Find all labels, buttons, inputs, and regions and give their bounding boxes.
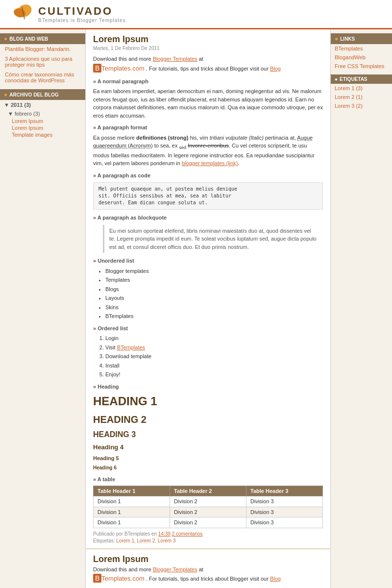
heading-5: Heading 5	[93, 454, 323, 463]
heading-4: Heading 4	[93, 442, 323, 452]
blog-section-header: ● BLOG AND WEB	[0, 33, 85, 44]
page-header: CULTIVADO BTemplates is Blogger Template…	[0, 0, 392, 29]
blogger-templates-link-2[interactable]: Blogger Templates	[153, 566, 197, 572]
section-ordered-list: Ordered list	[93, 324, 323, 333]
table-header-2: Table Header 2	[170, 486, 246, 496]
code-block: Mel putent quaeque an, ut postea melius …	[93, 182, 323, 210]
links-bullet-icon: ●	[335, 35, 338, 42]
demo-table: Table Header 1 Table Header 2 Table Head…	[93, 486, 323, 528]
etiquetas-section-header: ● ETIQUETAS	[331, 74, 392, 84]
archive-bullet-icon: ●	[4, 91, 7, 98]
table-row: Division 1 Division 2 Division 3	[94, 517, 323, 528]
post-2-body: Download this and more Blogger Templates…	[93, 565, 323, 588]
list-item: Blogger templates	[105, 267, 323, 275]
etiqueta-lorem1[interactable]: Lorem 1 (3)	[331, 84, 392, 93]
site-name: CULTIVADO	[38, 5, 127, 18]
blog-link-2[interactable]: Blog	[270, 576, 281, 582]
download-line: Download this and more Blogger Templates…	[93, 55, 323, 74]
list-item: Blogs	[105, 285, 323, 294]
plantilla-link[interactable]: Plantilla Blogger: Mandarin.	[5, 46, 71, 52]
etiquetas-bullet-icon: ●	[335, 76, 338, 82]
archive-post-3[interactable]: Template images	[0, 131, 85, 138]
section-blockquote: A paragraph as blockquote	[93, 214, 323, 222]
list-item: Layouts	[105, 294, 323, 302]
sidebar-item-apps[interactable]: 3 Aplicaciones que uso para proteger mis…	[0, 54, 85, 70]
blog-link-1[interactable]: Blog	[270, 66, 281, 72]
heading-2: HEADING 2	[93, 412, 323, 427]
post-3-link[interactable]: Template images	[12, 132, 52, 138]
etiqueta-lorem3[interactable]: Lorem 3 (2)	[331, 101, 392, 110]
section-unordered-list: Unordered list	[93, 257, 323, 265]
section-normal-paragraph: A normal paragraph	[93, 77, 323, 86]
table-row: Division 1 Division 2 Division 3	[94, 496, 323, 507]
site-logo[interactable]: CULTIVADO BTemplates is Blogger Template…	[10, 2, 127, 26]
tag-lorem1[interactable]: Lorem 1	[116, 538, 134, 543]
apps-link[interactable]: 3 Aplicaciones que uso para proteger mis…	[5, 56, 73, 68]
tag-lorem2[interactable]: Lorem 2	[137, 538, 155, 543]
archive-post-2[interactable]: Lorem Ipsum	[0, 124, 85, 131]
list-item: Skins	[105, 303, 323, 312]
list-item: Templates	[105, 276, 323, 284]
archive-year[interactable]: ▼ 2011 (3)	[0, 100, 85, 110]
section-headings: Heading	[93, 383, 323, 391]
heading-6: Heading 6	[93, 464, 323, 471]
post-1-body: Download this and more Blogger Templates…	[93, 55, 323, 528]
link-btemplates[interactable]: BTemplates	[331, 44, 392, 53]
tag-lorem3[interactable]: Lorem 3	[158, 538, 176, 543]
normal-paragraph-text: Ea eam labores imperdiet, aperian democr…	[93, 87, 323, 120]
sidebar-item-plantilla[interactable]: Plantilla Blogger: Mandarin.	[0, 44, 85, 54]
heading-3: HEADING 3	[93, 429, 323, 441]
etiqueta-lorem2[interactable]: Lorem 2 (1)	[331, 93, 392, 101]
ordered-item: Login	[105, 334, 323, 343]
post-1-date: Martes, 1 De Febrero De 2011	[93, 46, 323, 51]
btemplates-inline-logo-2: BTemplates.com	[93, 576, 146, 582]
link-free-css[interactable]: Free CSS Templates	[331, 62, 392, 71]
post-1: Lorem Ipsum Martes, 1 De Febrero De 2011…	[86, 29, 330, 549]
section-code: A paragraph as code	[93, 172, 323, 180]
section-paragraph-format: A paragraph format	[93, 123, 323, 132]
bullet-icon: ●	[4, 35, 7, 42]
page-layout: ● BLOG AND WEB Plantilla Blogger: Mandar…	[0, 29, 392, 588]
paragraph-format-text: Ea posse meliore definitiones (strong) h…	[93, 134, 323, 168]
ordered-item: Install	[105, 362, 323, 370]
logo-text-container: CULTIVADO BTemplates is Blogger Template…	[38, 5, 127, 23]
links-section-header: ● LINKS	[331, 33, 392, 44]
post-footer: Publicado por BTemplates en 14:39 2 come…	[93, 531, 323, 537]
blogger-templates-inline-link[interactable]: blogger templates (link)	[182, 160, 238, 166]
taxonomias-link[interactable]: Cómo crear taxonomías más conocidas de W…	[5, 72, 74, 83]
post-2-link[interactable]: Lorem Ipsum	[12, 125, 43, 131]
blockquote-text: Eu mei solum oporteat eleifend, libris n…	[103, 225, 323, 253]
archive-post-1[interactable]: Lorem Ipsum	[0, 118, 85, 124]
post-1-link[interactable]: Lorem Ipsum	[12, 118, 43, 124]
list-item: BTemplates	[105, 312, 323, 320]
download-line-2: Download this and more Blogger Templates…	[93, 565, 323, 584]
unordered-list: Blogger templates Templates Blogs Layout…	[105, 267, 323, 320]
site-tagline: BTemplates is Blogger Templates.	[38, 18, 127, 23]
btemplates-ordered-link[interactable]: BTemplates	[117, 344, 145, 350]
ordered-list: Login Visit BTemplates Download template…	[105, 334, 323, 379]
post-2: Lorem Ipsum Download this and more Blogg…	[86, 549, 330, 588]
blogger-templates-link-1[interactable]: Blogger Templates	[153, 56, 197, 62]
ordered-item: Enjoy!	[105, 370, 323, 379]
post-1-title: Lorem Ipsum	[93, 34, 323, 45]
heading-1: HEADING 1	[93, 392, 323, 410]
sidebar-item-taxonomias[interactable]: Cómo crear taxonomías más conocidas de W…	[0, 70, 85, 85]
comments-link[interactable]: 2 comentarios	[172, 531, 203, 537]
leaf-icon	[10, 2, 34, 26]
right-sidebar: ● LINKS BTemplates BlogandWeb Free CSS T…	[331, 29, 392, 588]
table-header-3: Table Header 3	[246, 486, 323, 496]
table-header-1: Table Header 1	[94, 486, 170, 496]
ordered-item: Visit BTemplates	[105, 343, 323, 352]
table-row: Division 1 Division 2 Division 3	[94, 507, 323, 517]
link-blogandweb[interactable]: BlogandWeb	[331, 53, 392, 62]
left-sidebar: ● BLOG AND WEB Plantilla Blogger: Mandar…	[0, 29, 86, 588]
section-table: A table	[93, 475, 323, 484]
main-content: Lorem Ipsum Martes, 1 De Febrero De 2011…	[86, 29, 331, 588]
archive-section-header: ● ARCHIVO DEL BLOG	[0, 89, 85, 100]
btemplates-inline-logo: BTemplates.com	[93, 66, 146, 72]
post-tags: Etiquetas: Lorem 1, Lorem 2, Lorem 3	[93, 538, 323, 543]
post-2-title: Lorem Ipsum	[93, 554, 323, 564]
archive-month[interactable]: ▼ febrero (3)	[0, 110, 85, 118]
post-time-link[interactable]: 14:39	[158, 531, 171, 537]
ordered-item: Download template	[105, 352, 323, 361]
